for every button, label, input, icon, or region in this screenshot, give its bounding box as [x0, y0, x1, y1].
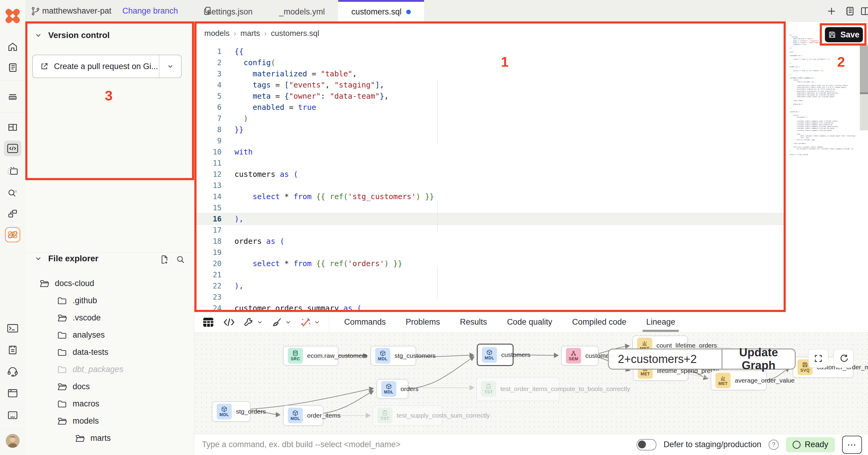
tab-_models.yml[interactable]: _models.yml — [266, 0, 338, 22]
tree-item-models[interactable]: models — [25, 413, 194, 430]
panel-tab-code-quality[interactable]: Code quality — [507, 312, 552, 333]
notebook-icon[interactable] — [4, 60, 22, 76]
code-line-14[interactable]: 14 select * from {{ ref('stg_customers')… — [194, 191, 785, 202]
breadcrumb-item[interactable]: marts — [241, 29, 260, 38]
panel-tab-lineage[interactable]: Lineage — [646, 312, 675, 333]
panel-tab-results[interactable]: Results — [460, 312, 487, 333]
code-line-3[interactable]: 3 materialized = "table", — [194, 68, 785, 79]
code-area[interactable]: 1{{2 config(3 materialized = "table",4 t… — [194, 46, 785, 314]
home-icon[interactable] — [4, 39, 22, 55]
code-line-6[interactable]: 6 enabled = true — [194, 102, 785, 113]
changelog-icon[interactable] — [843, 4, 857, 18]
lineage-node-ecom.raw_customers[interactable]: SRCecom.raw_customers — [283, 346, 338, 366]
branch-name[interactable]: matthewshaver-patc — [42, 0, 112, 22]
terminal-icon[interactable] — [4, 320, 22, 336]
minimap[interactable]: {{ config( materialized = "table", tags … — [789, 34, 860, 155]
lineage-node-order_items[interactable]: MDLorder_items — [283, 405, 323, 426]
support-headset-icon[interactable] — [4, 364, 22, 379]
user-avatar[interactable] — [6, 434, 20, 448]
tree-item-docs[interactable]: docs — [25, 378, 194, 395]
explore-icon[interactable] — [4, 184, 22, 200]
help-icon[interactable]: ? — [769, 439, 779, 450]
lineage-node-test_order_items_compute_to_bools_correctly[interactable]: TSTtest_order_items_compute_to_bools_cor… — [476, 377, 560, 401]
code-line-1[interactable]: 1{{ — [194, 46, 785, 57]
build-wrench-button[interactable] — [244, 317, 263, 328]
code-line-10[interactable]: 10with — [194, 146, 785, 158]
code-line-18[interactable]: 18orders as ( — [194, 236, 785, 247]
breadcrumb-item[interactable]: models — [204, 29, 230, 38]
code-line-22[interactable]: 22), — [194, 280, 785, 291]
code-line-2[interactable]: 2 config( — [194, 57, 785, 68]
command-input[interactable]: Type a command, ex. dbt build --select <… — [194, 440, 401, 449]
code-line-8[interactable]: 8}} — [194, 124, 785, 135]
code-line-16[interactable]: 16), — [194, 213, 785, 225]
compile-code-icon[interactable] — [223, 317, 235, 328]
version-control-header[interactable]: Version control — [34, 30, 110, 40]
code-line-13[interactable]: 13 — [194, 180, 785, 191]
tab-settings.json[interactable]: settings.json — [194, 0, 266, 22]
file-search-icon[interactable] — [176, 255, 185, 264]
code-line-12[interactable]: 12customers as ( — [194, 169, 785, 180]
tree-item-.vscode[interactable]: .vscode — [25, 309, 194, 326]
code-line-17[interactable]: 17 — [194, 225, 785, 236]
copilot-atom-icon[interactable] — [4, 227, 22, 243]
defer-toggle[interactable] — [637, 439, 656, 451]
code-line-5[interactable]: 5 meta = {"owner": "data-team"}, — [194, 90, 785, 102]
lineage-node-stg_orders[interactable]: MDLstg_orders — [212, 401, 250, 422]
lineage-node-customers[interactable]: SEMcustomers — [561, 346, 598, 366]
code-line-7[interactable]: 7 ) — [194, 113, 785, 124]
lineage-node-test_supply_costs_sum_correctly[interactable]: TSTtest_supply_costs_sum_correctly — [373, 405, 442, 426]
code-line-15[interactable]: 15 — [194, 202, 785, 213]
change-branch-link[interactable]: Change branch — [122, 0, 178, 22]
create-pr-button[interactable]: Create a pull request on Gi... — [32, 55, 182, 78]
save-button[interactable]: Save — [825, 27, 863, 42]
tree-item-marts[interactable]: marts — [25, 430, 194, 447]
logs-icon[interactable] — [4, 342, 22, 358]
tree-item-.github[interactable]: .github — [25, 292, 194, 309]
editor-scrollbar[interactable] — [860, 22, 868, 312]
tree-item-docs-cloud[interactable]: docs-cloud — [25, 275, 194, 292]
file-explorer-header[interactable]: File explorer — [34, 254, 98, 263]
breadcrumb-item[interactable]: customers.sql — [271, 29, 319, 38]
tree-item-data-tests[interactable]: data-tests — [25, 344, 194, 361]
tree-item-analyses[interactable]: analyses — [25, 326, 194, 344]
code-line-4[interactable]: 4 tags = ["events", "staging"], — [194, 79, 785, 90]
pr-button-dropdown[interactable] — [159, 55, 181, 78]
warehouse-icon[interactable] — [4, 88, 22, 104]
tree-item-macros[interactable]: macros — [25, 395, 194, 413]
code-line-20[interactable]: 20 select * from {{ ref('orders') }} — [194, 258, 785, 269]
panel-tab-compiled-code[interactable]: Compiled code — [572, 312, 626, 333]
lineage-selector-input[interactable]: 2+customers+2 — [609, 353, 721, 366]
code-line-21[interactable]: 21 — [194, 269, 785, 280]
lineage-canvas[interactable]: SRCecom.raw_customersMDLstg_customersMDL… — [194, 333, 868, 434]
format-broom-button[interactable] — [272, 317, 291, 328]
panel-tab-commands[interactable]: Commands — [344, 312, 386, 333]
browser-icon[interactable] — [4, 386, 22, 401]
tab-customers.sql[interactable]: customers.sql — [338, 0, 424, 22]
lineage-node-average_order_value[interactable]: METaverage_order_value — [711, 371, 767, 391]
integrations-icon[interactable] — [4, 206, 22, 222]
lineage-node-orders[interactable]: MDLorders — [376, 379, 408, 399]
status-badge[interactable]: Ready — [786, 437, 835, 452]
dashboard-icon[interactable] — [4, 119, 22, 135]
refresh-button[interactable] — [834, 349, 854, 368]
code-line-19[interactable]: 19 — [194, 247, 785, 258]
breadcrumb[interactable]: models›marts›customers.sql — [204, 29, 319, 38]
code-editor-icon[interactable] — [4, 141, 22, 156]
code-line-11[interactable]: 11 — [194, 158, 785, 169]
fullscreen-button[interactable] — [808, 349, 828, 368]
new-tab-plus-icon[interactable] — [825, 4, 838, 18]
command-more-button[interactable]: ⋯ — [842, 436, 862, 454]
copilot-fix-button[interactable] — [301, 317, 320, 328]
lineage-node-stg_customers[interactable]: MDLstg_customers — [370, 346, 416, 366]
preview-table-icon[interactable] — [202, 316, 214, 328]
new-file-icon[interactable] — [160, 255, 169, 264]
lineage-node-customers[interactable]: MDLcustomers — [477, 344, 514, 366]
update-graph-button[interactable]: Update Graph — [722, 346, 795, 372]
orchestration-icon[interactable] — [4, 164, 22, 179]
code-line-9[interactable]: 9 — [194, 135, 785, 146]
shortcuts-icon[interactable] — [4, 407, 22, 423]
panel-tab-problems[interactable]: Problems — [406, 312, 440, 333]
tree-item-dbt_packages[interactable]: dbt_packages — [25, 361, 194, 378]
code-line-23[interactable]: 23 — [194, 291, 785, 303]
